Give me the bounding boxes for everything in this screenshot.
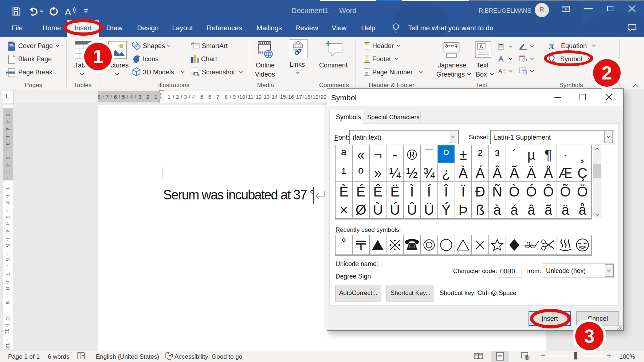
svg-text:A: A <box>65 7 71 17</box>
svg-text:A: A <box>498 68 502 74</box>
svg-text:A: A <box>499 55 503 62</box>
svg-text:#: # <box>366 73 367 75</box>
svg-text:A: A <box>479 43 483 50</box>
